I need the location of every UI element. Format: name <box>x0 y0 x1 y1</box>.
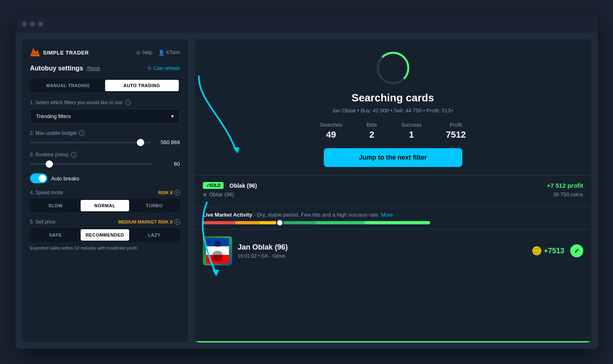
fut-coin-icon: FUT <box>532 246 541 255</box>
titlebar <box>15 15 598 33</box>
panel-header: SIMPLE TRADER ⊙ Help 👤 KTomi <box>30 48 180 57</box>
searching-section: Searching cards Jan Oblak • Buy: 42 000 … <box>195 39 591 175</box>
unsold-coins: 38 750 coins <box>553 191 583 197</box>
stats-row: Searches 49 Bids 2 Success 1 Profit 7512 <box>320 122 466 140</box>
bar-segment-green3 <box>365 221 430 224</box>
panel-inner: SIMPLE TRADER ⊙ Help 👤 KTomi <box>22 39 188 342</box>
market-slider-bar <box>203 221 583 224</box>
runtime-slider-row: 60 <box>30 161 180 167</box>
auto-breaks-toggle[interactable] <box>30 173 47 183</box>
auto-trading-button[interactable]: AUTO TRADING <box>105 80 179 91</box>
sell-price-section: 5. Sell price MEDIUM MARKET RISK II i SA… <box>30 219 180 251</box>
trading-mode-toggle: MANUAL TRADING AUTO TRADING <box>30 79 180 92</box>
filter-label: 1. Select which filters you would like t… <box>30 100 180 105</box>
player-info: Jan Oblak (96) 16:01:02 • GK - Glove <box>238 243 288 259</box>
sold-row: ✓SOLD Oblak (96) +7 512 profit <box>203 182 583 189</box>
speed-risk-info-icon: i <box>174 190 180 195</box>
sell-risk-badge: MEDIUM MARKET RISK II i <box>118 219 180 225</box>
sold-profit: +7 512 profit <box>547 182 583 189</box>
auto-breaks-row: Auto breaks <box>30 173 180 183</box>
header-actions: ⊙ Help 👤 KTomi <box>136 50 180 56</box>
bar-segment-yellow <box>260 221 276 224</box>
sell-label: 5. Sell price <box>30 219 56 225</box>
market-bar-section: Live Market Activity - Dry, stable perio… <box>195 207 591 230</box>
user-icon: 👤 <box>158 50 165 56</box>
bar-segment-orange <box>235 221 260 224</box>
chevron-down-icon: ▾ <box>171 113 174 119</box>
settings-heading: Autobuy settings <box>30 65 83 72</box>
budget-info-icon: i <box>79 130 85 136</box>
bar-segment-green1 <box>283 221 316 224</box>
bar-segment-red <box>203 221 235 224</box>
speed-buttons: SLOW NORMAL TURBO <box>30 199 180 213</box>
runtime-value: 60 <box>156 161 180 167</box>
bids-stat: Bids 2 <box>367 122 377 140</box>
expected-note: Expected sales within 10 minutes with mo… <box>30 245 180 251</box>
budget-label: 2. Max usable budget i <box>30 130 180 136</box>
player-image <box>203 236 232 265</box>
runtime-info-icon: i <box>71 152 77 158</box>
spinner-ring <box>377 52 409 84</box>
traffic-light-close[interactable] <box>22 22 27 26</box>
bids-label: Bids <box>367 122 377 128</box>
runtime-label: 3. Runtime (mins) i <box>30 152 180 158</box>
searching-title: Searching cards <box>352 92 434 104</box>
bar-segment-green2 <box>316 221 365 224</box>
player-right: FUT +7513 ✓ <box>532 244 583 257</box>
card-info: Jan Oblak • Buy: 42 000 • Sell: 44 750 •… <box>332 107 454 114</box>
market-title: Live Market Activity <box>203 212 253 218</box>
logo-icon <box>30 48 40 57</box>
reset-button[interactable]: Reset <box>87 66 100 71</box>
player-figure-svg <box>206 238 229 263</box>
runtime-slider-track[interactable] <box>30 163 152 165</box>
speed-risk-badge: RISK II i <box>158 190 180 195</box>
help-button[interactable]: ⊙ Help <box>136 50 152 56</box>
help-icon: ⊙ <box>136 50 141 56</box>
budget-slider-row: 560 869 <box>30 139 180 145</box>
profit-stat: Profit 7512 <box>446 122 466 140</box>
activity-section: ✓SOLD Oblak (96) +7 512 profit ⊗ Oblak (… <box>195 175 591 207</box>
sell-lazy-button[interactable]: LAZY <box>130 229 178 241</box>
filter-info-icon: i <box>125 100 131 105</box>
searches-stat: Searches 49 <box>320 122 342 140</box>
speed-label: 4. Speed mode <box>30 190 63 195</box>
sell-recommended-button[interactable]: RECOMMENDED <box>81 229 129 241</box>
svg-marker-1 <box>31 49 39 56</box>
sell-header: 5. Sell price MEDIUM MARKET RISK II i <box>30 219 180 225</box>
svg-point-7 <box>214 241 221 247</box>
searches-value: 49 <box>320 129 342 140</box>
filter-dropdown[interactable]: Trending filters ▾ <box>30 109 180 124</box>
profit-value: 7512 <box>446 129 466 140</box>
logo-area: SIMPLE TRADER <box>30 48 89 57</box>
success-stat: Success 1 <box>402 122 422 140</box>
searches-label: Searches <box>320 122 342 128</box>
player-unsold: ⊗ Oblak (96) <box>203 191 234 197</box>
speed-turbo-button[interactable]: TURBO <box>130 200 178 211</box>
jump-to-filter-button[interactable]: Jump to the next filter <box>324 148 462 167</box>
sell-safe-button[interactable]: SAFE <box>31 229 80 241</box>
manual-trading-button[interactable]: MANUAL TRADING <box>31 80 105 91</box>
market-slider-thumb[interactable] <box>277 220 283 226</box>
sold-badge: ✓SOLD <box>203 182 224 189</box>
budget-section: 2. Max usable budget i 560 869 <box>30 130 180 145</box>
unsold-row: ⊗ Oblak (96) 38 750 coins <box>203 191 583 197</box>
speed-normal-button[interactable]: NORMAL <box>81 200 129 211</box>
green-line-indicator <box>195 341 591 342</box>
success-check-icon: ✓ <box>570 244 583 257</box>
profit-label: Profit <box>446 122 466 128</box>
user-button[interactable]: 👤 KTomi <box>158 50 180 56</box>
fut-badge: FUT +7513 <box>532 246 565 255</box>
auto-breaks-label: Auto breaks <box>51 175 79 182</box>
speed-slow-button[interactable]: SLOW <box>31 200 80 211</box>
traffic-light-maximize[interactable] <box>38 22 43 26</box>
runtime-section: 3. Runtime (mins) i 60 <box>30 152 180 167</box>
refresh-icon: ↻ <box>147 66 152 71</box>
player-sold: ✓SOLD Oblak (96) <box>203 182 257 189</box>
success-value: 1 <box>402 129 422 140</box>
market-more-link[interactable]: More <box>381 212 393 218</box>
coin-refresh-button[interactable]: ↻ Coin refresh <box>147 66 180 71</box>
budget-slider-track[interactable] <box>30 142 152 143</box>
traffic-light-minimize[interactable] <box>30 22 35 26</box>
speed-header: 4. Speed mode RISK II i <box>30 190 180 195</box>
main-window: SIMPLE TRADER ⊙ Help 👤 KTomi <box>15 15 598 349</box>
